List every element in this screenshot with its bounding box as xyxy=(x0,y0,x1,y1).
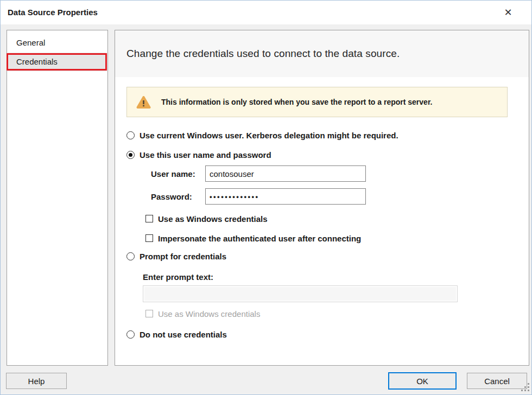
radio-label: Use current Windows user. Kerberos deleg… xyxy=(140,131,398,140)
sidebar-nav: General Credentials xyxy=(7,30,108,366)
password-input[interactable] xyxy=(205,188,366,205)
page-title: Change the credentials used to connect t… xyxy=(126,48,400,60)
radio-selected-icon xyxy=(126,151,135,159)
checkbox-icon xyxy=(145,310,153,317)
checkbox-impersonate[interactable]: Impersonate the authenticated user after… xyxy=(145,232,361,245)
heading-strip: Change the credentials used to connect t… xyxy=(115,30,529,77)
prompt-text-row: Enter prompt text: xyxy=(143,270,213,283)
radio-username-password[interactable]: Use this user name and password xyxy=(126,148,271,161)
password-label: Password: xyxy=(151,192,192,201)
cancel-button[interactable]: Cancel xyxy=(467,373,527,389)
radio-icon xyxy=(126,252,135,260)
title-bar: Data Source Properties ✕ xyxy=(1,1,531,24)
dialog-title: Data Source Properties xyxy=(8,1,98,24)
warning-icon xyxy=(136,95,151,109)
close-icon: ✕ xyxy=(504,7,512,18)
checkbox-icon xyxy=(145,234,153,242)
resize-grip-icon[interactable] xyxy=(521,383,530,392)
help-button[interactable]: Help xyxy=(6,373,67,389)
sidebar-item-credentials[interactable]: Credentials xyxy=(8,53,107,71)
checkbox-windows-credentials[interactable]: Use as Windows credentials xyxy=(145,212,268,225)
close-button[interactable]: ✕ xyxy=(496,1,521,24)
username-row: User name: xyxy=(151,165,195,182)
checkbox-icon xyxy=(145,215,153,222)
username-label: User name: xyxy=(151,169,195,179)
warning-text: This information is only stored when you… xyxy=(161,98,432,106)
radio-current-windows-user[interactable]: Use current Windows user. Kerberos deleg… xyxy=(126,129,398,142)
data-source-properties-dialog: Data Source Properties ✕ General Credent… xyxy=(0,0,532,395)
radio-no-credentials[interactable]: Do not use credentials xyxy=(126,328,227,341)
checkbox-label: Use as Windows credentials xyxy=(158,214,268,224)
prompt-text-input[interactable] xyxy=(143,285,458,302)
radio-icon xyxy=(126,330,135,339)
warning-banner: This information is only stored when you… xyxy=(126,87,508,117)
ok-button[interactable]: OK xyxy=(388,372,457,390)
checkbox-label: Use as Windows credentials xyxy=(158,309,260,318)
radio-icon xyxy=(126,131,135,139)
sidebar-item-general[interactable]: General xyxy=(8,34,107,52)
radio-label: Do not use credentials xyxy=(140,330,227,339)
radio-label: Use this user name and password xyxy=(140,150,271,160)
checkbox-windows-credentials-disabled[interactable]: Use as Windows credentials xyxy=(145,307,260,320)
prompt-text-label: Enter prompt text: xyxy=(143,272,213,282)
username-input[interactable] xyxy=(205,165,366,182)
main-panel: Change the credentials used to connect t… xyxy=(115,30,529,366)
radio-label: Prompt for credentials xyxy=(140,252,226,261)
checkbox-label: Impersonate the authenticated user after… xyxy=(158,234,361,243)
password-row: Password: xyxy=(151,188,192,205)
radio-prompt-for-credentials[interactable]: Prompt for credentials xyxy=(126,250,226,263)
